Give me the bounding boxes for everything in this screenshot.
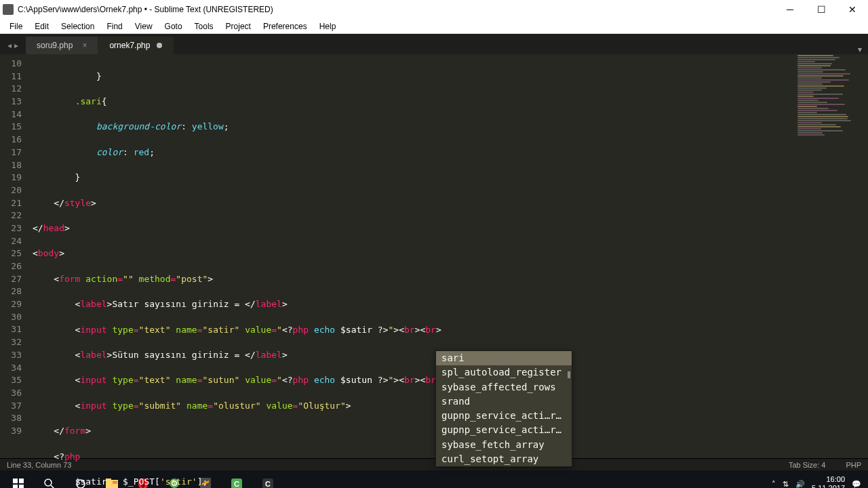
close-button[interactable]: ✕ (837, 0, 868, 19)
autocomplete-item[interactable]: sybase_affected_rows (436, 380, 572, 394)
tab-bar: ◂ ▸ soru9.php × ornek7.php ▾ (0, 34, 868, 54)
maximize-button[interactable]: ☐ (806, 0, 837, 19)
tab-label: soru9.php (37, 41, 73, 50)
autocomplete-item[interactable]: sybase_fetch_array (436, 438, 572, 452)
tab-label: ornek7.php (109, 41, 150, 50)
line-gutter: 1011121314151617181920212223242526272829… (0, 54, 27, 458)
clock-date: 5.11.2017 (812, 484, 845, 488)
menu-view[interactable]: View (130, 20, 158, 33)
menu-selection[interactable]: Selection (56, 20, 100, 33)
tab-dropdown-icon[interactable]: ▾ (852, 45, 868, 54)
menu-tools[interactable]: Tools (189, 20, 219, 33)
autocomplete-popup[interactable]: sarispl_autoload_registersybase_affected… (435, 350, 572, 467)
autocomplete-item[interactable]: curl_setopt_array (436, 452, 572, 466)
autocomplete-item[interactable]: gupnp_service_acti…r… (436, 409, 572, 423)
autocomplete-item[interactable]: srand (436, 394, 572, 409)
title-bar: C:\AppServ\www\ders\Ornek7.php • - Subli… (0, 0, 868, 19)
svg-rect-2 (13, 485, 18, 488)
syntax-mode[interactable]: PHP (846, 461, 861, 469)
menu-preferences[interactable]: Preferences (258, 20, 313, 33)
tab-soru9[interactable]: soru9.php × (26, 37, 98, 54)
notification-icon[interactable]: 💬 (852, 480, 861, 489)
clock[interactable]: 16:00 5.11.2017 (812, 475, 845, 488)
autocomplete-item[interactable]: sari (436, 351, 572, 365)
autocomplete-item[interactable]: gupnp_service_acti…r… (436, 423, 572, 437)
editor[interactable]: 1011121314151617181920212223242526272829… (0, 54, 868, 458)
code-area[interactable]: } .sari{ background-color: yellow; color… (27, 54, 793, 458)
volume-icon[interactable]: 🔊 (795, 480, 805, 489)
tab-size[interactable]: Tab Size: 4 (789, 461, 825, 469)
menu-find[interactable]: Find (101, 20, 127, 33)
menu-help[interactable]: Help (314, 20, 342, 33)
minimize-button[interactable]: ─ (774, 0, 806, 19)
menu-file[interactable]: File (4, 20, 28, 33)
window-title: C:\AppServ\www\ders\Ornek7.php • - Subli… (18, 5, 774, 14)
svg-rect-0 (13, 479, 18, 483)
tab-nav[interactable]: ◂ ▸ (0, 41, 26, 54)
menu-bar: File Edit Selection Find View Goto Tools… (0, 19, 868, 34)
clock-time: 16:00 (812, 475, 845, 484)
menu-edit[interactable]: Edit (29, 20, 54, 33)
minimap[interactable] (793, 54, 868, 458)
menu-goto[interactable]: Goto (159, 20, 188, 33)
app-icon (3, 4, 14, 15)
menu-project[interactable]: Project (220, 20, 256, 33)
modified-indicator-icon (157, 43, 162, 48)
tab-close-icon[interactable]: × (82, 41, 87, 50)
start-button[interactable] (3, 470, 34, 488)
svg-rect-1 (19, 479, 24, 483)
autocomplete-item[interactable]: spl_autoload_register (436, 365, 572, 380)
svg-rect-3 (19, 485, 24, 488)
windows-icon (13, 479, 24, 488)
tab-ornek7[interactable]: ornek7.php (98, 37, 174, 54)
